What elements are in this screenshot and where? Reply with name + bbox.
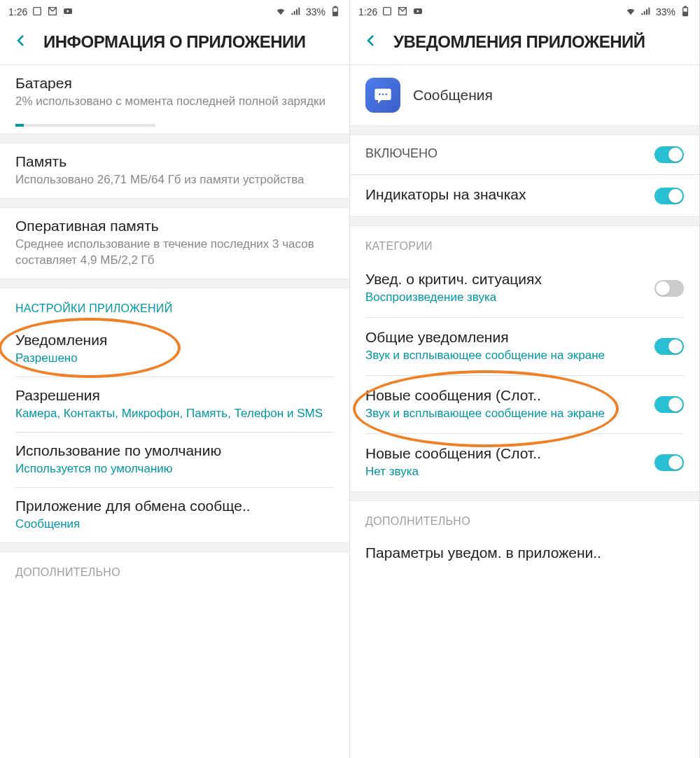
svg-rect-4 xyxy=(333,12,337,15)
toggle-enabled[interactable] xyxy=(654,146,684,163)
row-permissions[interactable]: Разрешения Камера, Контакты, Микрофон, П… xyxy=(0,377,349,432)
row-battery[interactable]: Батарея 2% использовано с момента послед… xyxy=(0,65,349,120)
row-title: Новые сообщения (Слот.. xyxy=(365,387,645,404)
battery-usage-bar xyxy=(15,124,155,127)
app-identity: Сообщения xyxy=(350,65,699,125)
row-new-messages-slot1[interactable]: Новые сообщения (Слот.. Звук и всплывающ… xyxy=(350,376,699,433)
row-ram[interactable]: Оперативная память Среднее использование… xyxy=(0,208,349,279)
row-sub: Нет звука xyxy=(365,464,645,480)
row-sub: Среднее использование в течение последни… xyxy=(15,237,334,269)
status-bar: 1:26 33% xyxy=(350,0,699,24)
svg-point-10 xyxy=(379,93,381,95)
mail-icon xyxy=(397,6,408,19)
page-title: УВЕДОМЛЕНИЯ ПРИЛОЖЕНИЙ xyxy=(393,32,645,52)
screenshot-icon xyxy=(31,6,43,19)
row-sub: Используется по умолчанию xyxy=(15,461,334,477)
back-icon[interactable] xyxy=(363,32,379,52)
toggle-new-msg2[interactable] xyxy=(654,454,684,471)
page-title: ИНФОРМАЦИЯ О ПРИЛОЖЕНИИ xyxy=(43,32,306,52)
row-notif-app-settings[interactable]: Параметры уведом. в приложени.. xyxy=(350,535,699,573)
row-title: ВКЛЮЧЕНО xyxy=(365,146,645,161)
divider xyxy=(350,216,699,226)
row-storage[interactable]: Память Использовано 26,71 МБ/64 Гб из па… xyxy=(0,143,349,198)
youtube-icon xyxy=(412,6,424,19)
svg-rect-9 xyxy=(683,12,687,15)
signal-icon xyxy=(290,6,302,19)
row-notifications[interactable]: Уведомления Разрешено xyxy=(0,322,349,377)
row-new-messages-slot2[interactable]: Новые сообщения (Слот.. Нет звука xyxy=(350,434,699,491)
mail-icon xyxy=(47,6,58,19)
svg-point-11 xyxy=(382,93,384,95)
row-title: Разрешения xyxy=(15,387,334,404)
toggle-critical[interactable] xyxy=(654,280,684,297)
row-sub: 2% использовано с момента последней полн… xyxy=(15,94,334,110)
row-sub: Сообщения xyxy=(15,517,334,533)
divider xyxy=(0,279,349,288)
header: ИНФОРМАЦИЯ О ПРИЛОЖЕНИИ xyxy=(0,24,349,64)
row-title: Приложение для обмена сообще.. xyxy=(15,498,334,514)
row-critical[interactable]: Увед. о критич. ситуациях Воспроизведени… xyxy=(350,260,699,317)
toggle-new-msg1[interactable] xyxy=(654,396,684,413)
svg-rect-3 xyxy=(335,6,337,7)
divider xyxy=(350,491,699,501)
row-sub: Камера, Контакты, Микрофон, Память, Теле… xyxy=(15,406,334,422)
app-name: Сообщения xyxy=(413,87,493,104)
svg-rect-8 xyxy=(685,6,687,7)
row-share-app[interactable]: Приложение для обмена сообще.. Сообщения xyxy=(0,488,349,542)
row-sub: Использовано 26,71 МБ/64 Гб из памяти ус… xyxy=(15,172,334,188)
messages-app-icon xyxy=(365,78,400,113)
svg-rect-5 xyxy=(384,7,391,15)
section-categories: КАТЕГОРИИ xyxy=(350,226,699,260)
row-title: Уведомления xyxy=(15,332,334,349)
row-sub: Разрешено xyxy=(15,351,334,367)
toggle-badges[interactable] xyxy=(654,188,684,204)
signal-icon xyxy=(640,6,652,19)
divider xyxy=(0,134,349,143)
wifi-icon xyxy=(625,6,636,19)
row-title: Оперативная память xyxy=(15,218,334,234)
header: УВЕДОМЛЕНИЯ ПРИЛОЖЕНИЙ xyxy=(350,24,699,64)
row-title: Индикаторы на значках xyxy=(365,186,645,203)
battery-icon xyxy=(680,6,691,19)
battery-icon xyxy=(330,6,341,19)
row-title: Общие уведомления xyxy=(365,329,645,346)
row-sub: Воспроизведение звука xyxy=(365,290,645,306)
battery-pct: 33% xyxy=(656,6,676,17)
row-title: Новые сообщения (Слот.. xyxy=(365,445,645,462)
row-sub: Звук и всплывающее сообщение на экране xyxy=(365,348,645,364)
back-icon[interactable] xyxy=(13,32,29,52)
section-app-settings: НАСТРОЙКИ ПРИЛОЖЕНИЙ xyxy=(0,288,349,322)
wifi-icon xyxy=(275,6,286,19)
status-bar: 1:26 33% xyxy=(0,0,349,24)
status-time: 1:26 xyxy=(8,6,27,17)
row-title: Батарея xyxy=(15,75,334,92)
section-additional: ДОПОЛНИТЕЛЬНО xyxy=(350,501,699,535)
row-title: Параметры уведом. в приложени.. xyxy=(365,545,684,561)
divider xyxy=(0,198,349,208)
screen-app-notifications: 1:26 33% УВЕДОМЛЕНИЯ ПРИЛОЖЕНИЙ Сообщени… xyxy=(350,0,700,758)
row-enabled[interactable]: ВКЛЮЧЕНО xyxy=(350,135,699,174)
screenshot-icon xyxy=(382,6,393,19)
row-title: Использование по умолчанию xyxy=(15,442,334,459)
section-additional: ДОПОЛНИТЕЛЬНО xyxy=(0,552,349,586)
toggle-general[interactable] xyxy=(654,338,684,355)
row-general[interactable]: Общие уведомления Звук и всплывающее соо… xyxy=(350,318,699,375)
svg-point-12 xyxy=(385,93,387,95)
row-sub: Звук и всплывающее сообщение на экране xyxy=(365,406,645,422)
divider xyxy=(350,125,699,135)
youtube-icon xyxy=(62,6,74,19)
row-title: Увед. о критич. ситуациях xyxy=(365,271,645,288)
status-time: 1:26 xyxy=(358,6,377,17)
svg-rect-0 xyxy=(34,7,41,15)
row-badges[interactable]: Индикаторы на значках xyxy=(350,175,699,216)
screen-app-info: 1:26 33% ИНФОРМАЦИЯ О ПРИЛОЖЕНИИ Батарея… xyxy=(0,0,350,758)
row-title: Память xyxy=(15,153,334,170)
battery-pct: 33% xyxy=(306,6,326,17)
row-default-usage[interactable]: Использование по умолчанию Используется … xyxy=(0,433,349,487)
divider xyxy=(0,542,349,552)
